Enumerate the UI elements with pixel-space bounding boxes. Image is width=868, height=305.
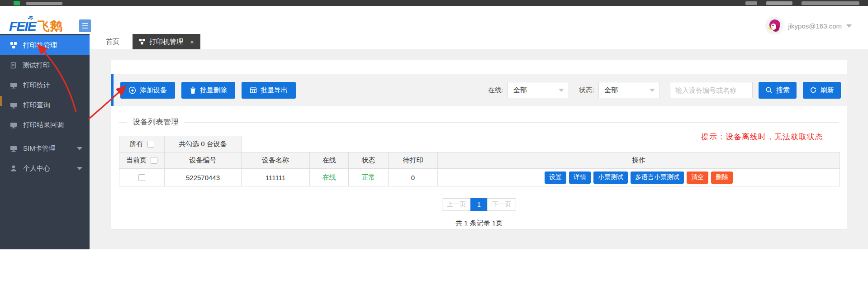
delete-button[interactable]: 删除 [711,172,733,184]
batch-delete-button[interactable]: 批量删除 [181,82,235,99]
printer-cluster-icon [139,38,145,45]
cell-device-no: 522570443 [165,169,242,186]
pagination-next-button[interactable]: 下一页 [487,198,516,211]
device-panel: 添加设备 批量删除 批量导出 [111,59,847,229]
pagination-prev-button[interactable]: 上一页 [442,198,471,211]
status-filter-label: 状态: [579,86,594,95]
filter-bar: 在线: 全部 状态: 全部 [488,82,841,99]
sidebar-item-print-query[interactable]: 打印查询 [0,95,90,115]
table-grid-icon [250,87,257,94]
row-checkbox-cell [119,169,165,186]
multilang-receipt-test-button[interactable]: 多语言小票测试 [631,172,684,184]
sidebar-item-label: 打印结果回调 [23,121,64,129]
tab-bar: 首页 打印机管理 [90,34,868,49]
select-all-label: 所有 [130,140,143,148]
clipped-chrome-fragment [745,1,757,5]
feie-logo: FEIE 飞鹅 [9,16,63,36]
tab-label: 打印机管理 [149,38,183,46]
col-header-device-name: 设备名称 [242,152,310,169]
logo-text-cn: 飞鹅 [38,18,63,34]
clipped-chrome-fragment [766,1,792,5]
details-button[interactable]: 详情 [569,172,591,184]
chevron-down-icon [77,167,82,170]
cell-online-status: 在线 [310,169,349,186]
user-icon [10,165,17,172]
tab-home[interactable]: 首页 [96,34,129,49]
sidebar-item-print-statistics[interactable]: 打印统计 [0,75,90,95]
trash-icon [190,86,196,94]
sidebar-toggle-button[interactable] [79,19,91,32]
heading-divider [119,122,839,123]
chevron-down-icon [559,89,564,92]
main-content: 首页 打印机管理 [90,34,868,249]
cell-device-name: 111111 [242,169,310,186]
browser-chrome-strip [0,0,868,6]
device-table: 所有 共勾选 0 台设备 当前页 设备编号 设备名称 在线 状态 [119,136,840,186]
record-summary: 共 1 条记录 1页 [111,219,847,228]
search-label: 搜索 [776,86,790,95]
batch-delete-label: 批量删除 [200,86,227,95]
sidebar-item-label: 测试打印 [23,61,50,70]
sidebar-item-label: 打印查询 [23,101,50,110]
section-title: 设备列表管理 [127,116,184,129]
row-checkbox[interactable] [138,174,145,181]
toolbar: 添加设备 批量删除 批量导出 [111,74,847,106]
col-header-pending: 待打印 [389,152,438,169]
status-select[interactable]: 全部 [598,82,660,98]
sidebar-item-label: 打印统计 [23,81,50,90]
sidebar-item-printer-management[interactable]: 打印机管理 [0,35,90,55]
printer-cluster-icon [10,42,17,49]
user-caret-icon [846,24,852,28]
sidebar-item-label: 个人中心 [23,164,50,173]
online-filter-label: 在线: [488,86,503,95]
search-icon [765,86,773,94]
search-button[interactable]: 搜索 [759,82,797,99]
current-page-cell: 当前页 [119,152,165,169]
current-page-label: 当前页 [126,156,147,165]
sidebar-item-personal-center[interactable]: 个人中心 [0,158,90,178]
select-all-checkbox[interactable] [147,141,154,148]
sidebar: 打印机管理 测试打印 打印统计 打印查询 [0,34,90,249]
status-select-value: 全部 [604,86,618,95]
col-header-status: 状态 [349,152,389,169]
section-heading: 设备列表管理 [119,116,839,129]
clipped-green-icon [14,1,20,5]
tab-close-icon[interactable] [190,38,194,46]
receipt-test-button[interactable]: 小票测试 [593,172,628,184]
current-page-checkbox[interactable] [151,157,157,164]
offline-hint: 提示：设备离线时，无法获取状态 [701,132,823,142]
wifi-arcs-icon [26,14,36,21]
clear-button[interactable]: 清空 [687,172,708,184]
refresh-button[interactable]: 刷新 [803,82,841,99]
sidebar-item-label: 打印机管理 [23,41,57,50]
app-header: FEIE 飞鹅 jikypos@163.com [0,6,868,34]
online-select[interactable]: 全部 [508,82,569,98]
cell-status: 正常 [349,169,389,186]
tab-label: 首页 [106,38,119,46]
user-menu[interactable]: jikypos@163.com [765,16,852,36]
tab-printer-management[interactable]: 打印机管理 [133,34,200,49]
batch-export-button[interactable]: 批量导出 [242,82,296,99]
settings-button[interactable]: 设置 [545,172,566,184]
selected-summary-cell: 共勾选 0 台设备 [165,136,242,152]
col-header-online: 在线 [310,152,349,169]
add-device-button[interactable]: 添加设备 [120,82,175,99]
sidebar-item-print-result-callback[interactable]: 打印结果回调 [0,115,90,135]
col-header-device-no: 设备编号 [165,152,242,169]
sidebar-item-test-print[interactable]: 测试打印 [0,55,90,75]
device-search-input[interactable] [670,82,753,98]
plus-circle-icon [128,86,136,94]
user-avatar [765,17,783,35]
sidebar-item-sim-card-management[interactable]: SIM卡管理 [0,138,90,158]
pagination: 上一页 1 下一页 [111,198,847,211]
add-device-label: 添加设备 [140,86,167,95]
refresh-icon [810,86,817,94]
clipped-text-fragment [26,2,62,5]
monitor-icon [10,102,17,109]
logo-text-en: FEIE [9,19,36,34]
pagination-current-page[interactable]: 1 [470,198,488,211]
sidebar-item-label: SIM卡管理 [23,144,56,153]
chevron-down-icon [77,147,82,150]
batch-export-label: 批量导出 [261,86,288,95]
refresh-label: 刷新 [821,86,834,95]
